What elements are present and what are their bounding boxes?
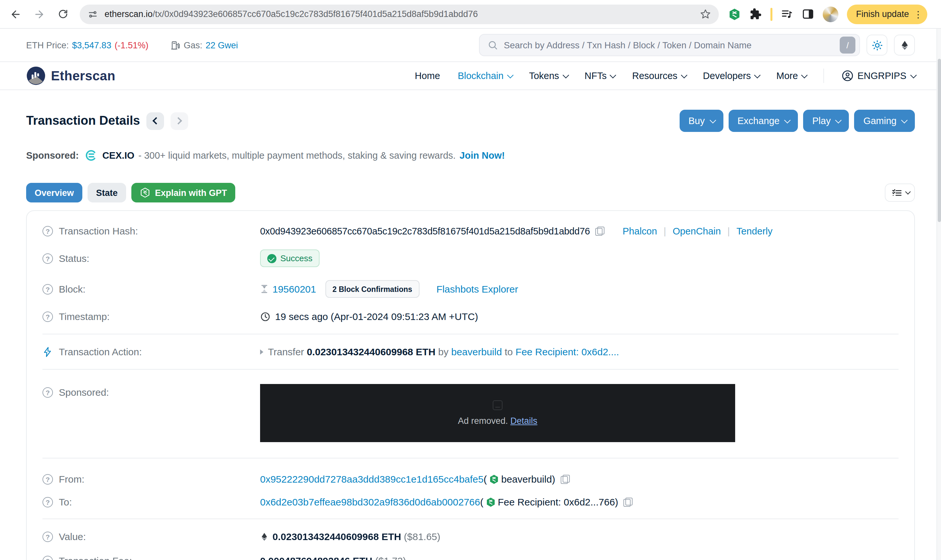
copy-icon[interactable]: [560, 474, 569, 484]
nav-item-more[interactable]: More: [776, 71, 806, 81]
tab-state[interactable]: State: [88, 183, 126, 202]
network-eth-button[interactable]: [894, 35, 915, 55]
row-label: ? To:: [42, 496, 260, 508]
block-number-link[interactable]: 19560201: [273, 283, 316, 295]
site-topbar: ETH Price: $3,547.83 (-1.51%) Gas: 22 Gw…: [0, 29, 941, 62]
browser-toolbar: etherscan.io/tx/0x0d943923e606857cc670a5…: [0, 0, 941, 29]
tenderly-link[interactable]: Tenderly: [736, 226, 773, 236]
copy-icon[interactable]: [623, 497, 632, 506]
row-label: ? Value:: [42, 531, 260, 542]
phalcon-link[interactable]: Phalcon: [623, 226, 657, 236]
site-info-icon[interactable]: [88, 9, 98, 19]
etherscan-extension-icon[interactable]: [728, 8, 741, 21]
eth-price-group: ETH Price: $3,547.83 (-1.51%): [26, 40, 148, 50]
status-row: ? Status: Success: [42, 243, 899, 274]
ad-details-link[interactable]: Details: [511, 416, 537, 426]
gas-value[interactable]: 22 Gwei: [205, 40, 238, 50]
eth-price-change: (-1.51%): [115, 40, 149, 50]
nav-item-tokens[interactable]: Tokens: [529, 71, 567, 81]
theme-toggle-button[interactable]: [867, 35, 887, 55]
main-menu: Home Blockchain Tokens NFTs Resources De…: [415, 69, 915, 83]
account-menu[interactable]: ENGRPIPS: [842, 70, 915, 82]
back-icon[interactable]: [6, 5, 25, 23]
page-title: Transaction Details: [26, 114, 140, 128]
status-badge: Success: [260, 249, 319, 267]
menu-divider: [823, 69, 824, 83]
row-divider: [42, 334, 899, 334]
help-icon: ?: [42, 474, 53, 484]
browser-menu-icon[interactable]: ⋮: [913, 9, 923, 19]
flashbots-explorer-link[interactable]: Flashbots Explorer: [437, 283, 518, 295]
nav-item-blockchain[interactable]: Blockchain: [458, 71, 511, 81]
triangle-right-icon: [260, 349, 263, 354]
to-address-link[interactable]: 0x6d2e03b7effeae98bd302a9f836d0d6ab00027…: [260, 496, 480, 508]
row-divider: [42, 369, 899, 370]
search-area: /: [479, 34, 915, 56]
eth-price-value[interactable]: $3,547.83: [72, 40, 111, 50]
chevron-down-icon: [710, 117, 716, 123]
nav-item-nfts[interactable]: NFTs: [585, 71, 615, 81]
copy-icon[interactable]: [595, 226, 605, 235]
help-icon: ?: [42, 387, 53, 397]
gpt-icon: [140, 188, 150, 198]
buy-button[interactable]: Buy: [679, 110, 723, 132]
lightning-bolt-icon: [42, 346, 53, 357]
next-transaction-button[interactable]: [171, 112, 188, 130]
nav-item-developers[interactable]: Developers: [703, 71, 759, 81]
etherscan-logo[interactable]: Etherscan: [26, 66, 115, 86]
user-icon: [842, 70, 853, 82]
previous-transaction-button[interactable]: [147, 112, 164, 130]
join-now-link[interactable]: Join Now!: [460, 150, 505, 161]
gaming-button[interactable]: Gaming: [854, 110, 915, 132]
scrollbar-track[interactable]: [936, 29, 941, 560]
search-box[interactable]: /: [479, 34, 860, 56]
row-label: Transaction Action:: [42, 346, 260, 357]
finish-update-label: Finish update: [856, 9, 909, 19]
title-actions: Buy Exchange Play Gaming: [679, 110, 915, 132]
sponsored-label: Sponsored:: [26, 150, 79, 161]
action-amount: 0.023013432440609968 ETH: [307, 346, 435, 357]
nav-item-home[interactable]: Home: [415, 71, 440, 81]
sponsor-brand-link[interactable]: CEX.IO: [102, 150, 134, 161]
row-label: ? Transaction Fee:: [42, 555, 260, 560]
chevron-down-icon: [610, 72, 617, 78]
help-icon: ?: [42, 311, 53, 322]
explain-with-gpt-button[interactable]: Explain with GPT: [131, 183, 236, 202]
side-panel-icon[interactable]: [802, 8, 814, 20]
forward-icon[interactable]: [30, 5, 48, 23]
tab-overview[interactable]: Overview: [26, 183, 82, 202]
sponsored-ad-row: ? Sponsored: Ad removed. Details: [42, 375, 899, 449]
etherscan-logo-icon: [26, 66, 46, 86]
title-row: Transaction Details Buy Exchange Play Ga…: [26, 110, 915, 132]
finish-update-button[interactable]: Finish update ⋮: [847, 4, 927, 24]
builder-link[interactable]: beaverbuild: [451, 346, 502, 357]
search-input[interactable]: [504, 40, 840, 50]
chevron-down-icon: [801, 72, 808, 78]
ethereum-icon: [260, 532, 268, 541]
bookmark-star-icon[interactable]: [700, 8, 711, 20]
exchange-button[interactable]: Exchange: [728, 110, 798, 132]
chevron-down-icon: [910, 72, 917, 78]
hourglass-icon: [260, 284, 268, 294]
chevron-down-icon: [901, 117, 908, 123]
nav-item-resources[interactable]: Resources: [632, 71, 685, 81]
extensions-puzzle-icon[interactable]: [750, 8, 762, 20]
profile-avatar[interactable]: [823, 6, 838, 22]
help-icon: ?: [42, 497, 53, 507]
from-name: beaverbuild: [501, 474, 552, 485]
ethereum-icon: [899, 40, 909, 50]
media-controls-icon[interactable]: [781, 8, 793, 20]
view-options-button[interactable]: [885, 183, 915, 202]
play-button[interactable]: Play: [803, 110, 849, 132]
fee-usd: ($1.73): [375, 555, 406, 560]
url-bar[interactable]: etherscan.io/tx/0x0d943923e606857cc670a5…: [80, 4, 719, 24]
from-address-link[interactable]: 0x95222290dd7278aa3ddd389cc1e1d165cc4baf…: [260, 474, 484, 485]
reload-icon[interactable]: [54, 5, 72, 23]
tabs-row: Overview State Explain with GPT: [26, 183, 915, 202]
transaction-hash-row: ? Transaction Hash: 0x0d943923e606857cc6…: [42, 219, 899, 243]
scrollbar-thumb[interactable]: [938, 59, 941, 222]
clock-icon: [260, 311, 270, 322]
row-label: ? Block:: [42, 283, 260, 295]
openchain-link[interactable]: OpenChain: [673, 226, 721, 236]
fee-recipient-link[interactable]: Fee Recipient: 0x6d2....: [515, 346, 619, 357]
